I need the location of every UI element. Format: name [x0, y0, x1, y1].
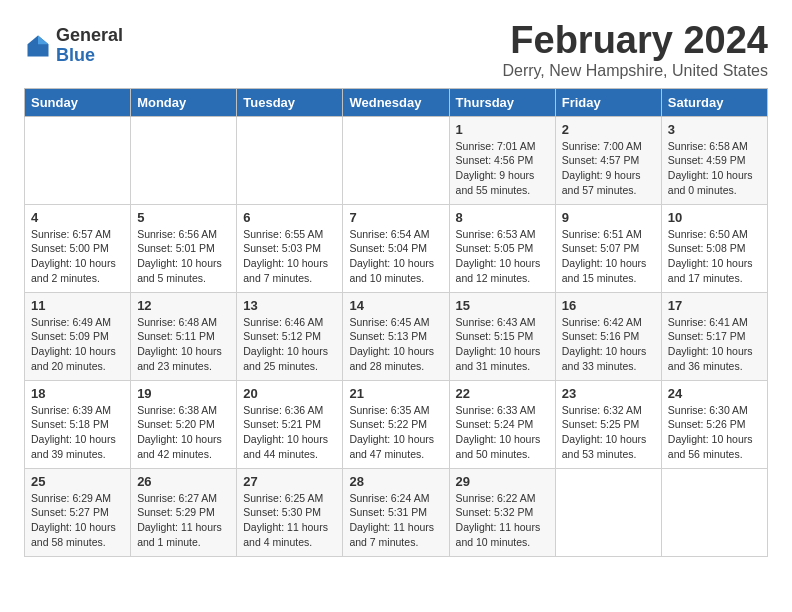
- calendar-week-row: 1Sunrise: 7:01 AM Sunset: 4:56 PM Daylig…: [25, 116, 768, 204]
- day-info: Sunrise: 6:38 AM Sunset: 5:20 PM Dayligh…: [137, 403, 230, 462]
- day-number: 24: [668, 386, 761, 401]
- calendar-cell: 8Sunrise: 6:53 AM Sunset: 5:05 PM Daylig…: [449, 204, 555, 292]
- day-info: Sunrise: 7:00 AM Sunset: 4:57 PM Dayligh…: [562, 139, 655, 198]
- day-number: 26: [137, 474, 230, 489]
- day-info: Sunrise: 6:29 AM Sunset: 5:27 PM Dayligh…: [31, 491, 124, 550]
- location: Derry, New Hampshire, United States: [502, 62, 768, 80]
- weekday-header: Sunday: [25, 88, 131, 116]
- calendar-cell: [661, 468, 767, 556]
- calendar-cell: 21Sunrise: 6:35 AM Sunset: 5:22 PM Dayli…: [343, 380, 449, 468]
- calendar-header-row: SundayMondayTuesdayWednesdayThursdayFrid…: [25, 88, 768, 116]
- day-number: 29: [456, 474, 549, 489]
- calendar-cell: 11Sunrise: 6:49 AM Sunset: 5:09 PM Dayli…: [25, 292, 131, 380]
- calendar-week-row: 18Sunrise: 6:39 AM Sunset: 5:18 PM Dayli…: [25, 380, 768, 468]
- day-info: Sunrise: 6:54 AM Sunset: 5:04 PM Dayligh…: [349, 227, 442, 286]
- logo-text: General Blue: [56, 26, 123, 66]
- calendar-cell: 25Sunrise: 6:29 AM Sunset: 5:27 PM Dayli…: [25, 468, 131, 556]
- day-number: 25: [31, 474, 124, 489]
- svg-marker-1: [38, 35, 49, 44]
- day-info: Sunrise: 6:46 AM Sunset: 5:12 PM Dayligh…: [243, 315, 336, 374]
- day-info: Sunrise: 6:36 AM Sunset: 5:21 PM Dayligh…: [243, 403, 336, 462]
- logo-blue: Blue: [56, 46, 123, 66]
- day-info: Sunrise: 6:58 AM Sunset: 4:59 PM Dayligh…: [668, 139, 761, 198]
- day-info: Sunrise: 6:39 AM Sunset: 5:18 PM Dayligh…: [31, 403, 124, 462]
- day-number: 1: [456, 122, 549, 137]
- calendar-cell: 1Sunrise: 7:01 AM Sunset: 4:56 PM Daylig…: [449, 116, 555, 204]
- calendar-cell: [555, 468, 661, 556]
- day-number: 18: [31, 386, 124, 401]
- calendar-cell: 16Sunrise: 6:42 AM Sunset: 5:16 PM Dayli…: [555, 292, 661, 380]
- day-info: Sunrise: 6:22 AM Sunset: 5:32 PM Dayligh…: [456, 491, 549, 550]
- calendar-week-row: 25Sunrise: 6:29 AM Sunset: 5:27 PM Dayli…: [25, 468, 768, 556]
- day-info: Sunrise: 7:01 AM Sunset: 4:56 PM Dayligh…: [456, 139, 549, 198]
- calendar-cell: 14Sunrise: 6:45 AM Sunset: 5:13 PM Dayli…: [343, 292, 449, 380]
- day-number: 9: [562, 210, 655, 225]
- calendar-cell: 12Sunrise: 6:48 AM Sunset: 5:11 PM Dayli…: [131, 292, 237, 380]
- calendar-cell: 3Sunrise: 6:58 AM Sunset: 4:59 PM Daylig…: [661, 116, 767, 204]
- day-number: 8: [456, 210, 549, 225]
- calendar-week-row: 4Sunrise: 6:57 AM Sunset: 5:00 PM Daylig…: [25, 204, 768, 292]
- calendar-cell: [131, 116, 237, 204]
- day-info: Sunrise: 6:56 AM Sunset: 5:01 PM Dayligh…: [137, 227, 230, 286]
- day-number: 14: [349, 298, 442, 313]
- title-area: February 2024 Derry, New Hampshire, Unit…: [502, 20, 768, 80]
- day-number: 4: [31, 210, 124, 225]
- weekday-header: Friday: [555, 88, 661, 116]
- calendar-cell: 5Sunrise: 6:56 AM Sunset: 5:01 PM Daylig…: [131, 204, 237, 292]
- calendar-cell: 9Sunrise: 6:51 AM Sunset: 5:07 PM Daylig…: [555, 204, 661, 292]
- calendar-week-row: 11Sunrise: 6:49 AM Sunset: 5:09 PM Dayli…: [25, 292, 768, 380]
- day-number: 12: [137, 298, 230, 313]
- day-info: Sunrise: 6:41 AM Sunset: 5:17 PM Dayligh…: [668, 315, 761, 374]
- calendar-cell: 18Sunrise: 6:39 AM Sunset: 5:18 PM Dayli…: [25, 380, 131, 468]
- day-info: Sunrise: 6:25 AM Sunset: 5:30 PM Dayligh…: [243, 491, 336, 550]
- day-number: 19: [137, 386, 230, 401]
- day-number: 10: [668, 210, 761, 225]
- day-number: 7: [349, 210, 442, 225]
- day-info: Sunrise: 6:24 AM Sunset: 5:31 PM Dayligh…: [349, 491, 442, 550]
- calendar-cell: 22Sunrise: 6:33 AM Sunset: 5:24 PM Dayli…: [449, 380, 555, 468]
- day-number: 13: [243, 298, 336, 313]
- day-number: 16: [562, 298, 655, 313]
- day-number: 2: [562, 122, 655, 137]
- weekday-header: Thursday: [449, 88, 555, 116]
- calendar-cell: 17Sunrise: 6:41 AM Sunset: 5:17 PM Dayli…: [661, 292, 767, 380]
- logo-icon: [24, 32, 52, 60]
- calendar-cell: 6Sunrise: 6:55 AM Sunset: 5:03 PM Daylig…: [237, 204, 343, 292]
- logo: General Blue: [24, 26, 123, 66]
- calendar-cell: 26Sunrise: 6:27 AM Sunset: 5:29 PM Dayli…: [131, 468, 237, 556]
- calendar-cell: 10Sunrise: 6:50 AM Sunset: 5:08 PM Dayli…: [661, 204, 767, 292]
- day-info: Sunrise: 6:55 AM Sunset: 5:03 PM Dayligh…: [243, 227, 336, 286]
- calendar-cell: [237, 116, 343, 204]
- day-info: Sunrise: 6:57 AM Sunset: 5:00 PM Dayligh…: [31, 227, 124, 286]
- calendar-cell: 15Sunrise: 6:43 AM Sunset: 5:15 PM Dayli…: [449, 292, 555, 380]
- calendar-cell: 27Sunrise: 6:25 AM Sunset: 5:30 PM Dayli…: [237, 468, 343, 556]
- day-info: Sunrise: 6:33 AM Sunset: 5:24 PM Dayligh…: [456, 403, 549, 462]
- page-header: General Blue February 2024 Derry, New Ha…: [24, 20, 768, 80]
- day-info: Sunrise: 6:35 AM Sunset: 5:22 PM Dayligh…: [349, 403, 442, 462]
- weekday-header: Tuesday: [237, 88, 343, 116]
- calendar-cell: 4Sunrise: 6:57 AM Sunset: 5:00 PM Daylig…: [25, 204, 131, 292]
- month-title: February 2024: [502, 20, 768, 62]
- day-number: 27: [243, 474, 336, 489]
- day-number: 21: [349, 386, 442, 401]
- day-number: 5: [137, 210, 230, 225]
- day-number: 15: [456, 298, 549, 313]
- day-info: Sunrise: 6:53 AM Sunset: 5:05 PM Dayligh…: [456, 227, 549, 286]
- day-info: Sunrise: 6:27 AM Sunset: 5:29 PM Dayligh…: [137, 491, 230, 550]
- day-number: 17: [668, 298, 761, 313]
- day-info: Sunrise: 6:49 AM Sunset: 5:09 PM Dayligh…: [31, 315, 124, 374]
- day-info: Sunrise: 6:30 AM Sunset: 5:26 PM Dayligh…: [668, 403, 761, 462]
- calendar-cell: 7Sunrise: 6:54 AM Sunset: 5:04 PM Daylig…: [343, 204, 449, 292]
- day-number: 6: [243, 210, 336, 225]
- calendar-cell: [25, 116, 131, 204]
- day-number: 22: [456, 386, 549, 401]
- day-info: Sunrise: 6:50 AM Sunset: 5:08 PM Dayligh…: [668, 227, 761, 286]
- day-info: Sunrise: 6:51 AM Sunset: 5:07 PM Dayligh…: [562, 227, 655, 286]
- day-number: 11: [31, 298, 124, 313]
- day-info: Sunrise: 6:43 AM Sunset: 5:15 PM Dayligh…: [456, 315, 549, 374]
- day-number: 28: [349, 474, 442, 489]
- calendar-cell: 23Sunrise: 6:32 AM Sunset: 5:25 PM Dayli…: [555, 380, 661, 468]
- day-number: 20: [243, 386, 336, 401]
- day-info: Sunrise: 6:32 AM Sunset: 5:25 PM Dayligh…: [562, 403, 655, 462]
- day-info: Sunrise: 6:48 AM Sunset: 5:11 PM Dayligh…: [137, 315, 230, 374]
